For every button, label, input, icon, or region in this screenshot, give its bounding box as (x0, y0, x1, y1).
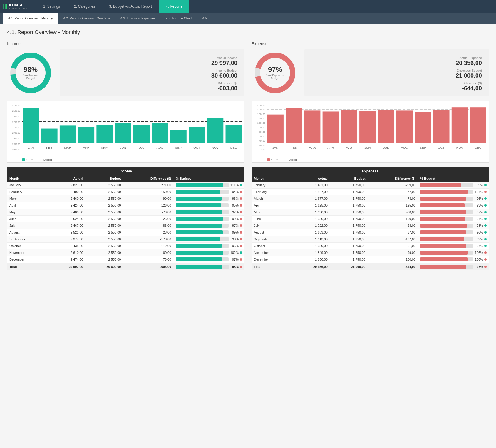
nav-budget-vs-actual[interactable]: 3. Budget vs. Actual Report (102, 0, 159, 13)
expenses-stats-box: Actual Expense 20 356,00 Expenses Budget… (304, 49, 489, 96)
cell-actual: 1 827,00 (292, 189, 330, 195)
cell-budget: 2 550,00 (86, 202, 123, 209)
cell-actual: 2 400,00 (48, 189, 86, 195)
svg-text:SEP: SEP (175, 146, 182, 149)
svg-text:MAR: MAR (64, 146, 71, 149)
expenses-table-title: Expenses (252, 167, 489, 175)
svg-text:JUL: JUL (139, 146, 145, 149)
top-navigation: ||| ADNIA SOLUTIONS 1. Settings 2. Categ… (0, 0, 496, 13)
sub-nav-more[interactable]: 4.5. (197, 13, 213, 24)
cell-actual: 1 650,00 (292, 216, 330, 222)
cell-month: December (7, 256, 48, 263)
nav-settings[interactable]: 1. Settings (36, 0, 67, 13)
cell-actual: 2 467,00 (48, 222, 86, 229)
expenses-donut-label: 97% % of ExpensesBudget (266, 66, 284, 80)
cell-month: July (252, 222, 292, 229)
cell-pct: 96% (173, 195, 244, 202)
cell-diff: 100,00 (368, 256, 418, 263)
cell-diff: -73,00 (368, 195, 418, 202)
svg-text:MAY: MAY (346, 146, 353, 149)
cell-pct: 111% (173, 182, 244, 189)
cell-budget: 2 550,00 (86, 182, 123, 189)
svg-text:JUN: JUN (120, 146, 126, 149)
svg-rect-8 (115, 123, 131, 143)
cell-month: October (252, 243, 292, 249)
cell-pct: 97% (418, 209, 489, 216)
cell-pct: 85% (418, 182, 489, 189)
exp-y-label: 1 200,00 (252, 122, 267, 124)
sub-nav-quarterly[interactable]: 4.2. Report Overview - Quarterly (58, 13, 115, 24)
income-y-axis: 2 100,00 2 200,00 2 300,00 2 400,00 2 50… (7, 104, 21, 151)
svg-text:OCT: OCT (193, 146, 200, 149)
table-row: December 1 850,00 1 750,00 100,00 106% (252, 256, 489, 263)
nav-reports[interactable]: 4. Reports (159, 0, 189, 13)
svg-rect-35 (359, 111, 376, 143)
svg-rect-9 (133, 125, 150, 143)
cell-diff: -173,00 (123, 236, 173, 243)
sub-nav-monthly[interactable]: 4.1. Report Overview - Monthly (3, 13, 58, 24)
table-row: November 1 849,00 1 750,00 99,00 106% (252, 249, 489, 256)
svg-text:DEC: DEC (475, 146, 482, 149)
nav-categories[interactable]: 2. Categories (67, 0, 102, 13)
exp-y-label: 2 000,00 (252, 104, 267, 106)
cell-actual: 2 438,00 (48, 243, 86, 249)
exp-col-pct: % Budget (418, 175, 489, 182)
table-footer-row: Total 29 997,00 30 600,00 -603,00 98% (7, 263, 244, 270)
cell-actual: 1 849,00 (292, 249, 330, 256)
svg-rect-5 (60, 125, 76, 143)
cell-budget: 2 550,00 (86, 209, 123, 216)
table-row: December 2 474,00 2 550,00 -76,00 97% (7, 256, 244, 263)
expenses-donut-container: 97% % of ExpensesBudget (252, 49, 299, 96)
cell-pct: 99% (173, 229, 244, 236)
svg-rect-12 (189, 127, 205, 143)
table-row: September 2 377,00 2 550,00 -173,00 93% (7, 236, 244, 243)
svg-text:AUG: AUG (157, 146, 164, 149)
income-section-header: Income (7, 41, 244, 46)
cell-actual: 2 610,00 (48, 249, 86, 256)
cell-pct: 98% (418, 222, 489, 229)
cell-pct: 94% (418, 216, 489, 222)
income-diff-label: Difference ($) (67, 81, 237, 85)
logo-name: ADNIA (9, 3, 27, 7)
col-diff: Difference ($) (123, 175, 173, 182)
table-row: April 1 625,00 1 750,00 -125,00 93% (252, 202, 489, 209)
cell-budget: 1 750,00 (330, 216, 368, 222)
cell-month: June (7, 216, 48, 222)
cell-budget: 2 550,00 (86, 189, 123, 195)
svg-text:MAR: MAR (309, 146, 316, 149)
cell-budget: 1 750,00 (330, 189, 368, 195)
svg-rect-31 (286, 108, 302, 143)
sub-nav-income-chart[interactable]: 4.4. Income Chart (161, 13, 197, 24)
income-budget-value: 30 600,00 (67, 72, 237, 79)
legend-budget-expenses: Budget (283, 158, 297, 161)
table-row: November 2 610,00 2 550,00 60,00 102% (7, 249, 244, 256)
svg-rect-41 (470, 107, 486, 143)
y-label: 2 500,00 (7, 127, 21, 129)
expenses-donut-sub: % of ExpensesBudget (266, 74, 284, 80)
income-donut-label: 98% % of IncomeBudget (23, 66, 38, 80)
expenses-y-axis: 0,00 200,00 400,00 600,00 800,00 1 000,0… (252, 104, 267, 151)
footer-actual: 20 356,00 (292, 263, 330, 270)
footer-diff: -644,00 (368, 263, 418, 270)
income-diff-value: -603,00 (67, 85, 237, 92)
expenses-actual-value: 20 356,00 (311, 60, 482, 66)
legend-actual-expenses: Actual (267, 158, 278, 161)
cell-month: April (252, 202, 292, 209)
income-donut-pct: 98% (23, 66, 38, 74)
table-row: May 2 480,00 2 550,00 -70,00 97% (7, 209, 244, 216)
cell-diff: -61,00 (368, 243, 418, 249)
table-row: February 1 827,00 1 750,00 77,00 104% (252, 189, 489, 195)
cell-diff: -100,00 (368, 216, 418, 222)
cell-diff: 99,00 (368, 249, 418, 256)
income-donut-row: 98% % of IncomeBudget Actual Income 29 9… (7, 49, 244, 96)
svg-text:SEP: SEP (420, 146, 426, 149)
expenses-actual-label: Actual Expense (311, 56, 482, 60)
cell-diff: -90,00 (123, 195, 173, 202)
cell-actual: 1 689,00 (292, 243, 330, 249)
sub-nav-income-expenses[interactable]: 4.3. Income & Expenses (115, 13, 161, 24)
logo-icon: ||| (3, 4, 7, 10)
exp-y-label: 0,00 (252, 149, 267, 151)
cell-month: August (7, 229, 48, 236)
nav-items: 1. Settings 2. Categories 3. Budget vs. … (36, 0, 493, 13)
cell-pct: 92% (418, 236, 489, 243)
